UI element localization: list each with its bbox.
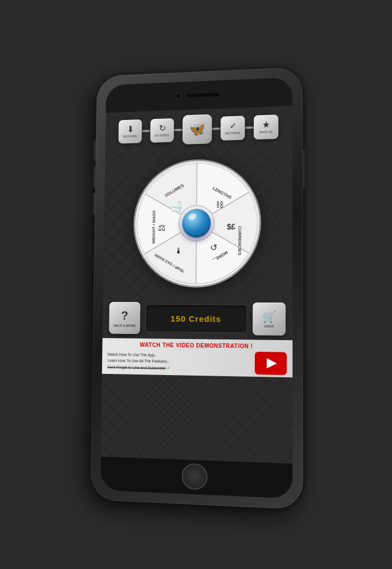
wheel-disc[interactable]: VOLUMES 🛁 LENGTHS ⛓ CURRENCIES $£ [131, 156, 263, 290]
main-icon: 🦋 [189, 123, 205, 136]
svg-text:WEIGHT / MASS: WEIGHT / MASS [151, 210, 157, 244]
phone-body: ⬇ RESTORE ↻ FX RATES 🦋 ✓ SET [91, 67, 303, 510]
question-icon: ? [121, 308, 128, 323]
video-banner-title: WATCH THE VIDEO DEMONSTRATION ! [108, 341, 287, 350]
credits-text: 150 Credits [170, 313, 221, 323]
bottom-section: ? HELP & MORE 150 Credits 🛒 SHOP [103, 298, 293, 341]
svg-text:🛁: 🛁 [170, 200, 182, 213]
fx-rates-button[interactable]: ↻ FX RATES [150, 118, 174, 143]
svg-text:⚖: ⚖ [158, 223, 165, 232]
settings-icon: ✓ [229, 122, 237, 131]
checkmark-icon: ✓ [167, 366, 170, 370]
video-banner: WATCH THE VIDEO DEMONSTRATION ! Watch Ho… [102, 338, 293, 377]
play-triangle-icon [267, 358, 277, 369]
fx-rates-icon: ↻ [159, 124, 166, 133]
home-button[interactable] [182, 463, 208, 490]
phone-screen: ⬇ RESTORE ↻ FX RATES 🦋 ✓ SET [101, 106, 293, 463]
shop-button[interactable]: 🛒 SHOP [253, 302, 285, 336]
help-button[interactable]: ? HELP & MORE [109, 302, 140, 334]
help-label: HELP & MORE [113, 324, 135, 327]
toolbar-connector-3 [212, 127, 221, 129]
svg-text:CURRENCIES: CURRENCIES [237, 226, 242, 256]
rate-us-button[interactable]: ★ RATE US [254, 114, 278, 139]
category-wheel[interactable]: VOLUMES 🛁 LENGTHS ⛓ CURRENCIES $£ [125, 150, 269, 295]
settings-button[interactable]: ✓ SETTINGS [220, 116, 245, 141]
restore-button[interactable]: ⬇ RESTORE [118, 119, 142, 144]
restore-label: RESTORE [123, 134, 137, 138]
phone-device: ⬇ RESTORE ↻ FX RATES 🦋 ✓ SET [91, 67, 303, 510]
video-banner-content: Watch How To Use The App... Learn How To… [107, 350, 287, 375]
rate-us-label: RATE US [259, 130, 273, 134]
shop-label: SHOP [264, 325, 274, 328]
fx-rates-label: FX RATES [155, 133, 169, 137]
video-text-block: Watch How To Use The App... Learn How To… [107, 351, 250, 372]
star-icon: ★ [262, 121, 270, 129]
camera-dot [176, 93, 182, 99]
toolbar-connector-2 [174, 129, 183, 131]
svg-text:🌡: 🌡 [174, 246, 183, 255]
cart-icon: 🛒 [262, 310, 277, 324]
toolbar-connector-4 [245, 126, 254, 128]
svg-text:↺: ↺ [210, 243, 218, 252]
phone-screen-outer: ⬇ RESTORE ↻ FX RATES 🦋 ✓ SET [100, 77, 293, 498]
youtube-play-button[interactable] [255, 352, 287, 375]
svg-text:⛓: ⛓ [215, 201, 223, 209]
restore-icon: ⬇ [127, 125, 134, 134]
credits-display[interactable]: 150 Credits [145, 305, 247, 333]
toolbar: ⬇ RESTORE ↻ FX RATES 🦋 ✓ SET [105, 106, 292, 152]
main-button[interactable]: 🦋 [182, 114, 212, 144]
toolbar-connector-1 [142, 130, 150, 132]
svg-text:$£: $£ [227, 222, 236, 231]
speaker-grille [187, 93, 219, 97]
settings-label: SETTINGS [225, 131, 240, 135]
